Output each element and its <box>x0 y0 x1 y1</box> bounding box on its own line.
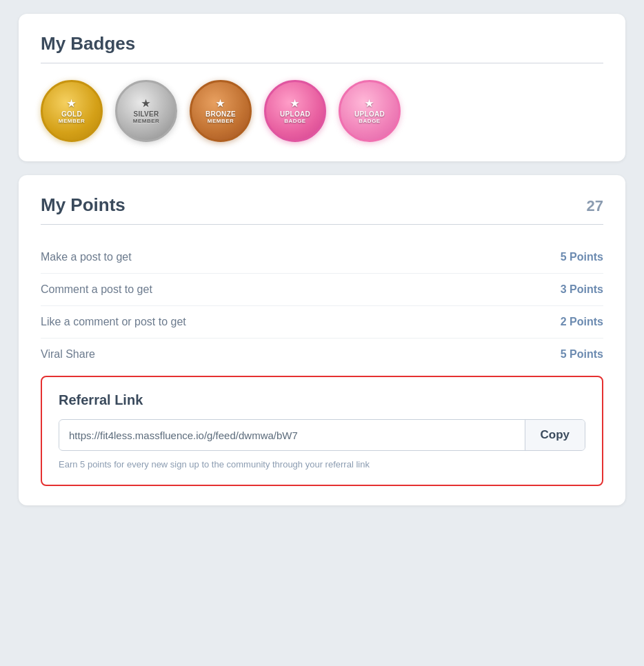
silver-badge: ★ SILVER MEMBER <box>115 80 177 142</box>
points-card: My Points 27 Make a post to get 5 Points… <box>19 175 625 505</box>
bronze-badge-star: ★ <box>216 98 225 109</box>
badges-row: ★ GOLD MEMBER ★ SILVER MEMBER ★ BRONZE M… <box>41 80 603 142</box>
list-item: Comment a post to get 3 Points <box>41 274 603 306</box>
referral-title: Referral Link <box>59 392 585 408</box>
upload2-badge-line1: UPLOAD <box>354 110 385 118</box>
upload-badge-1: ★ UPLOAD BADGE <box>264 80 326 142</box>
badges-title: My Badges <box>41 33 603 54</box>
points-item-label: Viral Share <box>41 348 95 361</box>
points-item-label: Comment a post to get <box>41 283 152 296</box>
silver-badge-star: ★ <box>141 98 151 109</box>
silver-badge-line2: MEMBER <box>133 118 160 125</box>
badges-divider <box>41 63 603 63</box>
points-item-value: 5 Points <box>561 251 603 263</box>
list-item: Viral Share 5 Points <box>41 339 603 370</box>
badges-card: My Badges ★ GOLD MEMBER ★ SILVER MEMBER … <box>19 14 625 161</box>
list-item: Like a comment or post to get 2 Points <box>41 306 603 339</box>
referral-input-row: Copy <box>59 419 585 451</box>
bronze-badge-line1: BRONZE <box>205 110 236 118</box>
points-list: Make a post to get 5 Points Comment a po… <box>41 241 603 370</box>
points-item-value: 2 Points <box>561 316 603 328</box>
points-item-label: Like a comment or post to get <box>41 316 186 328</box>
upload1-badge-star: ★ <box>290 98 300 109</box>
referral-section: Referral Link Copy Earn 5 points for eve… <box>41 376 603 486</box>
points-header: My Points 27 <box>41 194 603 224</box>
referral-hint: Earn 5 points for every new sign up to t… <box>59 459 585 470</box>
gold-badge-line1: GOLD <box>61 110 82 118</box>
points-item-label: Make a post to get <box>41 251 132 263</box>
upload2-badge-line2: BADGE <box>359 118 380 125</box>
upload1-badge-line2: BADGE <box>284 118 305 125</box>
upload-badge-2: ★ UPLOAD BADGE <box>339 80 401 142</box>
copy-button[interactable]: Copy <box>525 420 585 450</box>
points-total: 27 <box>587 197 603 215</box>
upload2-badge-star: ★ <box>365 98 374 109</box>
gold-badge-line2: MEMBER <box>59 118 85 125</box>
upload1-badge-line1: UPLOAD <box>280 110 310 118</box>
bronze-badge: ★ BRONZE MEMBER <box>190 80 252 142</box>
points-title: My Points <box>41 194 125 216</box>
points-item-value: 3 Points <box>561 283 603 296</box>
gold-badge: ★ GOLD MEMBER <box>41 80 103 142</box>
bronze-badge-line2: MEMBER <box>208 118 234 125</box>
gold-badge-star: ★ <box>67 98 77 109</box>
points-divider <box>41 224 603 225</box>
referral-url-input[interactable] <box>59 421 525 450</box>
list-item: Make a post to get 5 Points <box>41 241 603 274</box>
silver-badge-line1: SILVER <box>133 110 159 118</box>
points-item-value: 5 Points <box>561 348 603 361</box>
